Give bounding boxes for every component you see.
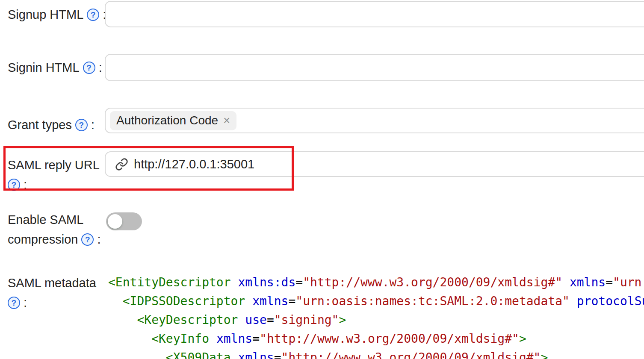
saml-reply-url-label-text: SAML reply URL xyxy=(8,158,100,172)
signin-html-input[interactable] xyxy=(105,54,644,81)
code-line: <KeyInfo xmlns="http://www.w3.org/2000/0… xyxy=(108,330,644,348)
code-line: <EntityDescriptor xmlns:ds="http://www.w… xyxy=(108,273,644,292)
saml-reply-url-input[interactable]: http://127.0.0.1:35001 xyxy=(105,151,644,177)
saml-reply-url-label: SAML reply URL ? : xyxy=(8,155,107,194)
code-line: <IDPSSODescriptor xmlns="urn:oasis:names… xyxy=(108,292,644,311)
saml-compression-toggle[interactable] xyxy=(106,212,142,230)
signin-html-label-text: Signin HTML xyxy=(8,61,80,75)
code-line: <KeyDescriptor use="signing"> xyxy=(108,311,644,330)
code-line: <X509Data xmlns="http://www.w3.org/2000/… xyxy=(108,348,644,359)
help-icon[interactable]: ? xyxy=(8,179,20,191)
saml-metadata-label-text: SAML metadata xyxy=(8,276,96,290)
label-colon: : xyxy=(24,296,27,310)
grant-types-label: Grant types ? : xyxy=(8,115,107,135)
help-icon[interactable]: ? xyxy=(75,119,88,131)
label-colon: : xyxy=(97,232,100,247)
saml-reply-url-value: http://127.0.0.1:35001 xyxy=(134,157,254,171)
saml-compression-label-line2: compression xyxy=(8,232,78,247)
grant-types-select[interactable]: Authorization Code × xyxy=(105,108,644,133)
saml-metadata-code-editor[interactable]: <EntityDescriptor xmlns:ds="http://www.w… xyxy=(108,273,644,359)
help-icon[interactable]: ? xyxy=(8,297,20,309)
link-icon xyxy=(115,158,128,171)
toggle-knob xyxy=(108,214,122,229)
saml-compression-label: Enable SAML compression ? : xyxy=(8,210,107,249)
application-edit-form: Signup HTML ? : Signin HTML ? : Grant ty… xyxy=(0,0,644,359)
saml-metadata-label: SAML metadata ? : xyxy=(8,273,107,312)
help-icon[interactable]: ? xyxy=(81,233,94,246)
signup-html-input[interactable] xyxy=(105,1,644,27)
grant-type-tag: Authorization Code × xyxy=(110,111,236,130)
help-icon[interactable]: ? xyxy=(83,62,95,74)
signin-html-label: Signin HTML ? : xyxy=(8,58,107,77)
label-colon: : xyxy=(91,118,95,132)
label-colon: : xyxy=(99,61,102,75)
grant-type-tag-label: Authorization Code xyxy=(116,114,218,127)
tag-close-icon[interactable]: × xyxy=(223,115,230,127)
saml-compression-label-line1: Enable SAML xyxy=(8,213,83,227)
help-icon[interactable]: ? xyxy=(87,9,99,21)
label-colon: : xyxy=(24,178,27,192)
signup-html-label: Signup HTML ? : xyxy=(8,5,107,24)
grant-types-label-text: Grant types xyxy=(8,118,72,132)
signup-html-label-text: Signup HTML xyxy=(8,8,83,22)
